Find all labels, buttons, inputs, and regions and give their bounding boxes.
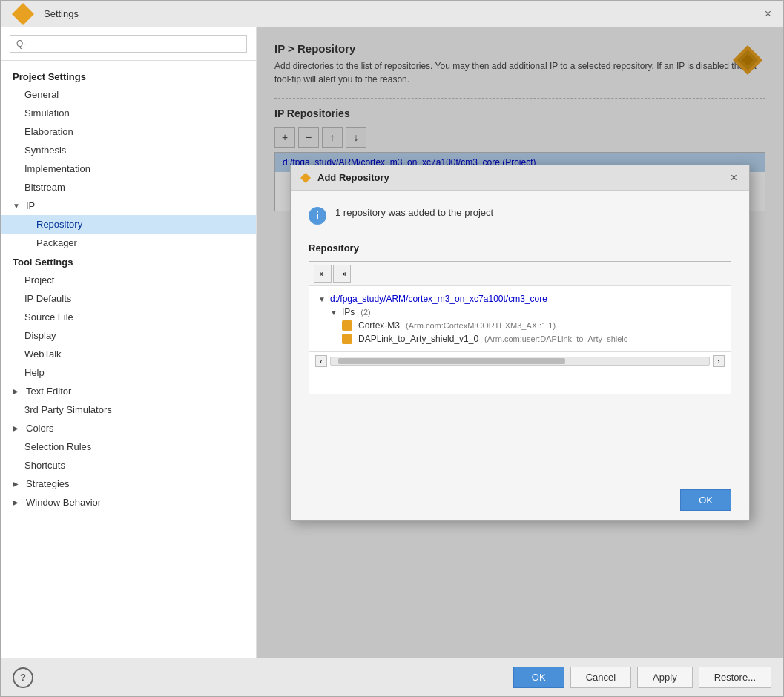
- add-repository-dialog: Add Repository × i 1 repository was adde…: [290, 165, 750, 521]
- text-editor-arrow: ▶: [13, 387, 22, 395]
- dialog-title-bar: Add Repository ×: [291, 165, 749, 191]
- svg-marker-4: [300, 173, 311, 183]
- sidebar-item-bitstream[interactable]: Bitstream: [1, 178, 256, 196]
- sidebar-item-shortcuts[interactable]: Shortcuts: [1, 456, 256, 475]
- tree-root-path: d:/fpga_study/ARM/cortex_m3_on_xc7a100t/…: [330, 294, 547, 304]
- ok-button[interactable]: OK: [513, 667, 564, 688]
- sidebar-item-3rd-party[interactable]: 3rd Party Simulators: [1, 400, 256, 419]
- ip-item-daplink: DAPLink_to_Arty_shield_v1_0 (Arm.com:use…: [339, 332, 725, 346]
- ip-icon-2: [342, 334, 352, 344]
- apply-button[interactable]: Apply: [637, 667, 693, 688]
- tree-root-item: ▼ d:/fpga_study/ARM/cortex_m3_on_xc7a100…: [315, 291, 725, 347]
- app-icon: [8, 0, 38, 29]
- simulation-label: Simulation: [24, 108, 70, 119]
- window-title: Settings: [44, 8, 754, 19]
- implementation-label: Implementation: [24, 163, 90, 174]
- sidebar-item-packager[interactable]: Packager: [1, 234, 256, 252]
- ip-meta-1: (Arm.com:CortexM:CORTEXM3_AXI:1.1): [406, 321, 556, 330]
- root-expand-arrow: ▼: [318, 295, 327, 303]
- modal-overlay: Add Repository × i 1 repository was adde…: [257, 27, 783, 658]
- bottom-bar: ? OK Cancel Apply Restore...: [1, 658, 783, 696]
- source-file-label: Source File: [24, 311, 73, 323]
- help-label: Help: [24, 367, 45, 378]
- ips-count: (2): [360, 308, 370, 317]
- cancel-button[interactable]: Cancel: [570, 667, 631, 688]
- sidebar-item-webtalk[interactable]: WebTalk: [1, 345, 256, 363]
- dialog-ok-button[interactable]: OK: [680, 489, 731, 511]
- ip-icon-1: [342, 320, 352, 331]
- sidebar-item-synthesis[interactable]: Synthesis: [1, 141, 256, 159]
- sidebar-item-colors[interactable]: ▶ Colors: [1, 419, 256, 437]
- expand-all-icon: ⇥: [339, 269, 346, 279]
- webtalk-label: WebTalk: [24, 348, 62, 360]
- sidebar-item-source-file[interactable]: Source File: [1, 308, 256, 326]
- svg-marker-6: [343, 334, 352, 343]
- search-box: [1, 27, 256, 61]
- ip-meta-2: (Arm.com:user:DAPLink_to_Arty_shielc: [484, 334, 627, 343]
- sidebar-item-project[interactable]: Project: [1, 271, 256, 289]
- synthesis-label: Synthesis: [24, 145, 66, 156]
- strategies-label: Strategies: [26, 478, 70, 489]
- sidebar-item-ip-defaults[interactable]: IP Defaults: [1, 289, 256, 308]
- svg-marker-5: [343, 321, 352, 330]
- colors-arrow: ▶: [13, 424, 22, 432]
- window-behavior-arrow: ▶: [13, 498, 22, 506]
- tree-root-children: ▼ IPs (2): [327, 305, 725, 346]
- scroll-right-button[interactable]: ›: [713, 355, 725, 367]
- third-party-label: 3rd Party Simulators: [24, 404, 112, 415]
- settings-window: Settings × Project Settings General Simu…: [0, 0, 784, 697]
- ips-children: Cortex-M3 (Arm.com:CortexM:CORTEXM3_AXI:…: [339, 319, 725, 346]
- tree-root-row: ▼ d:/fpga_study/ARM/cortex_m3_on_xc7a100…: [315, 292, 725, 305]
- project-label: Project: [24, 274, 54, 285]
- packager-label: Packager: [36, 237, 77, 248]
- ip-label: IP: [26, 200, 35, 211]
- collapse-all-icon: ⇤: [320, 269, 326, 279]
- help-button[interactable]: ?: [13, 667, 33, 688]
- colors-label: Colors: [26, 423, 54, 434]
- window-behavior-label: Window Behavior: [26, 497, 101, 508]
- horizontal-scrollbar[interactable]: [330, 357, 710, 366]
- sidebar-item-ip[interactable]: ▼ IP: [1, 196, 256, 215]
- ips-expand-arrow: ▼: [330, 308, 339, 317]
- sidebar-item-general[interactable]: General: [1, 85, 256, 104]
- scroll-left-button[interactable]: ‹: [315, 355, 327, 367]
- info-icon: i: [309, 207, 326, 225]
- ip-item-cortexm3: Cortex-M3 (Arm.com:CortexM:CORTEXM3_AXI:…: [339, 319, 725, 332]
- info-row: i 1 repository was added to the project: [309, 205, 731, 225]
- close-button[interactable]: ×: [760, 6, 776, 22]
- dialog-repo-section-title: Repository: [309, 242, 731, 254]
- main-content: Project Settings General Simulation Elab…: [1, 27, 783, 658]
- restore-button[interactable]: Restore...: [699, 667, 771, 688]
- project-settings-label: Project Settings: [1, 67, 256, 85]
- tree-expand-all-button[interactable]: ⇥: [333, 265, 351, 283]
- sidebar-item-selection-rules[interactable]: Selection Rules: [1, 437, 256, 456]
- repository-label: Repository: [36, 219, 82, 230]
- svg-marker-0: [12, 3, 34, 25]
- sidebar-item-simulation[interactable]: Simulation: [1, 104, 256, 122]
- tree-collapse-all-button[interactable]: ⇤: [314, 265, 332, 283]
- sidebar-item-repository[interactable]: Repository: [1, 215, 256, 234]
- right-panel: IP > Repository Add directories to the l…: [257, 27, 783, 658]
- ips-node-row: ▼ IPs (2): [327, 305, 725, 319]
- sidebar-item-implementation[interactable]: Implementation: [1, 159, 256, 178]
- tree-scrollbar-row: ‹ ›: [309, 351, 731, 370]
- scrollbar-thumb: [338, 358, 565, 364]
- tool-settings-label: Tool Settings: [1, 252, 256, 271]
- dialog-body: i 1 repository was added to the project …: [291, 191, 749, 480]
- sidebar-item-window-behavior[interactable]: ▶ Window Behavior: [1, 493, 256, 512]
- sidebar-item-help[interactable]: Help: [1, 363, 256, 382]
- general-label: General: [24, 89, 59, 100]
- ip-defaults-label: IP Defaults: [24, 293, 71, 304]
- dialog-title: Add Repository: [317, 172, 722, 183]
- selection-rules-label: Selection Rules: [24, 441, 91, 452]
- ip-arrow: ▼: [13, 202, 22, 210]
- text-editor-label: Text Editor: [26, 386, 71, 397]
- info-message: 1 repository was added to the project: [335, 205, 493, 220]
- sidebar-item-text-editor[interactable]: ▶ Text Editor: [1, 382, 256, 400]
- sidebar-item-display[interactable]: Display: [1, 326, 256, 345]
- sidebar-item-strategies[interactable]: ▶ Strategies: [1, 475, 256, 493]
- title-bar: Settings ×: [1, 1, 783, 27]
- dialog-close-button[interactable]: ×: [728, 170, 740, 186]
- search-input[interactable]: [10, 35, 247, 53]
- sidebar-item-elaboration[interactable]: Elaboration: [1, 122, 256, 141]
